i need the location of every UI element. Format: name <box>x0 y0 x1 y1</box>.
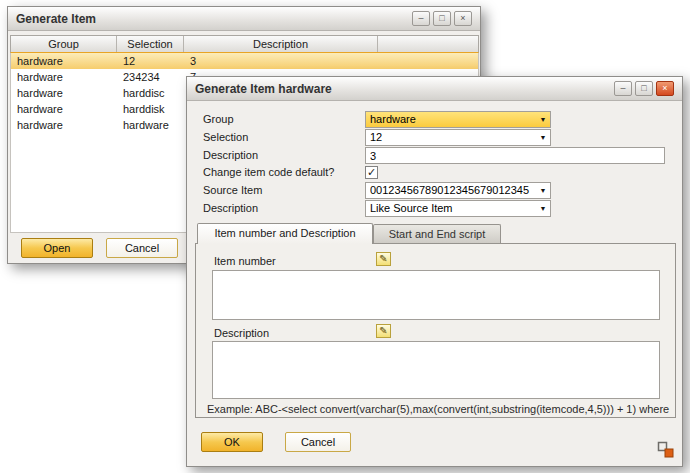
minimize-icon[interactable]: – <box>614 81 632 96</box>
item-number-textarea[interactable] <box>212 270 660 320</box>
chevron-down-icon[interactable]: ▼ <box>537 201 549 216</box>
cancel-button[interactable]: Cancel <box>106 238 178 258</box>
tab-item-number-and-description[interactable]: Item number and Description <box>197 223 373 244</box>
item-number-tab-panel: Item number ✎ Description ✎ Example: ABC… <box>195 243 676 418</box>
list-window-titlebar[interactable]: Generate Item – □ × <box>8 7 480 31</box>
source-description-combo[interactable]: Like Source Item ▼ <box>365 200 551 217</box>
edit-icon[interactable]: ✎ <box>376 252 391 266</box>
group-label: Group <box>203 111 234 128</box>
table-header-row: Group Selection Description <box>10 35 479 53</box>
change-item-code-checkbox[interactable]: ✓ <box>365 166 378 179</box>
list-window-title: Generate Item <box>16 12 96 26</box>
source-description-value: Like Source Item <box>370 201 537 216</box>
cell-selection: harddisk <box>117 101 184 117</box>
maximize-icon[interactable]: □ <box>635 81 653 96</box>
minimize-icon[interactable]: – <box>412 11 430 26</box>
cell-group: hardware <box>11 85 117 101</box>
open-button[interactable]: Open <box>21 238 93 258</box>
column-header-selection[interactable]: Selection <box>117 36 184 52</box>
description-label: Description <box>203 147 258 164</box>
chevron-down-icon[interactable]: ▼ <box>537 112 549 127</box>
source-item-label: Source Item <box>203 182 262 199</box>
column-header-description[interactable]: Description <box>184 36 378 52</box>
cell-selection: harddisc <box>117 85 184 101</box>
group-value: hardware <box>370 112 537 127</box>
cell-group: hardware <box>11 53 117 69</box>
cell-selection: 12 <box>117 53 184 69</box>
window-controls: – □ × <box>412 11 472 26</box>
pencil-icon: ✎ <box>379 253 387 264</box>
table-row[interactable]: hardware 12 3 <box>11 53 478 69</box>
cell-group: hardware <box>11 117 117 133</box>
detail-window-titlebar[interactable]: Generate Item hardware – □ × <box>187 77 682 101</box>
detail-window-title: Generate Item hardware <box>195 82 332 96</box>
column-header-group[interactable]: Group <box>11 36 117 52</box>
source-description-label: Description <box>203 200 258 217</box>
pencil-icon: ✎ <box>379 325 387 336</box>
group-combo[interactable]: hardware ▼ <box>365 111 551 128</box>
maximize-icon[interactable]: □ <box>433 11 451 26</box>
cell-group: hardware <box>11 101 117 117</box>
resize-grip-icon[interactable] <box>657 441 674 458</box>
close-icon[interactable]: × <box>656 81 674 96</box>
example-text: Example: ABC-<select convert(varchar(5),… <box>207 403 671 415</box>
column-header-empty <box>378 36 478 52</box>
selection-label: Selection <box>203 129 248 146</box>
item-number-label: Item number <box>214 254 276 269</box>
cell-description: 3 <box>184 53 378 69</box>
source-item-combo[interactable]: 00123456789012345679012345 ▼ <box>365 182 551 199</box>
description-textarea[interactable] <box>212 341 660 399</box>
edit-icon[interactable]: ✎ <box>376 324 391 338</box>
chevron-down-icon[interactable]: ▼ <box>537 183 549 198</box>
generate-item-hardware-window: Generate Item hardware – □ × Group hardw… <box>186 76 683 467</box>
description-input[interactable] <box>365 147 665 164</box>
ok-button[interactable]: OK <box>201 432 263 452</box>
close-icon[interactable]: × <box>454 11 472 26</box>
cell-selection: 234234 <box>117 69 184 85</box>
source-item-value: 00123456789012345679012345 <box>370 183 537 198</box>
cell-group: hardware <box>11 69 117 85</box>
cell-selection: hardware <box>117 117 184 133</box>
check-icon: ✓ <box>367 166 376 178</box>
selection-value: 12 <box>370 130 537 145</box>
window-controls: – □ × <box>614 81 674 96</box>
tab-start-and-end-script[interactable]: Start and End script <box>373 224 501 243</box>
panel-description-label: Description <box>214 326 269 341</box>
cancel-button[interactable]: Cancel <box>285 432 351 452</box>
selection-combo[interactable]: 12 ▼ <box>365 129 551 146</box>
change-item-code-label: Change item code default? <box>203 164 334 181</box>
chevron-down-icon[interactable]: ▼ <box>537 130 549 145</box>
